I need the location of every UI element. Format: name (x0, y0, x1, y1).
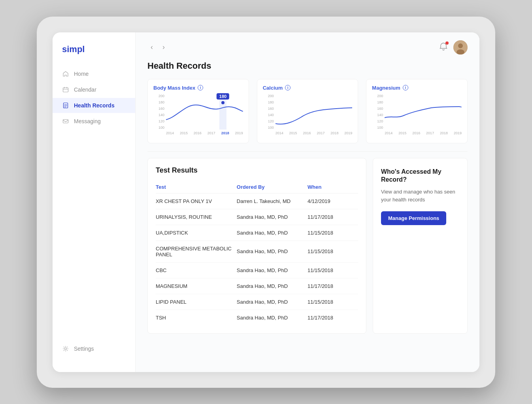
chart-card-bmi: Body Mass Index i 200180160140120100 180 (147, 79, 249, 143)
cell-when: 11/15/2018 (308, 262, 358, 278)
cell-when: 11/15/2018 (308, 294, 358, 310)
magnesium-svg-line (385, 94, 462, 130)
col-header-when: When (308, 181, 358, 194)
mail-icon (62, 118, 69, 125)
sidebar-label-health-records: Health Records (74, 102, 115, 109)
sidebar-label-calendar: Calendar (74, 86, 96, 93)
col-header-ordered: Ordered By (237, 181, 308, 194)
chart-card-magnesium: Magnesium i 200180160140120100 (366, 79, 468, 143)
bmi-svg-line (166, 94, 243, 130)
chart-title-calcium: Calcium i (263, 85, 353, 91)
magnesium-chart-svg (385, 94, 462, 130)
sidebar-nav: Home Calendar (53, 66, 135, 333)
device-wrapper: simpl Home (37, 17, 495, 388)
sidebar-item-health-records[interactable]: Health Records (53, 98, 135, 113)
calcium-chart-svg (275, 94, 353, 130)
cell-ordered-by: Sandra Hao, MD, PhD (237, 294, 308, 310)
access-card: Who's Accessed My Record? View and manag… (373, 158, 468, 334)
results-table: Test Ordered By When XR CHEST PA ONLY 1V… (156, 181, 358, 325)
test-results-panel: Test Results Test Ordered By When XR CHE… (147, 158, 366, 334)
cell-ordered-by: Sandra Hao, MD, PhD (237, 310, 308, 325)
header-actions (439, 40, 468, 54)
section-divider (147, 151, 468, 152)
svg-rect-2 (63, 119, 68, 123)
bmi-info-icon[interactable]: i (198, 85, 203, 90)
svg-point-5 (458, 43, 463, 48)
nav-arrows: ‹ › (147, 41, 168, 53)
table-row: MAGNESIUM Sandra Hao, MD, PhD 11/17/2018 (156, 278, 358, 294)
chart-title-bmi: Body Mass Index i (153, 85, 243, 91)
calcium-y-labels: 200180160140120100 (263, 94, 274, 130)
charts-section: Body Mass Index i 200180160140120100 180 (136, 75, 479, 151)
cell-when: 11/17/2018 (308, 209, 358, 225)
cell-test-name: TSH (156, 310, 237, 325)
gear-icon (62, 345, 69, 352)
cell-ordered-by: Sandra Hao, MD, PhD (237, 225, 308, 241)
magnesium-x-labels: 201420152016201720182019 (385, 131, 462, 137)
bmi-chart-area: 200180160140120100 180 (153, 94, 243, 137)
bmi-chart-svg: 180 (166, 94, 243, 130)
main-header: ‹ › (136, 32, 479, 54)
magnesium-info-icon[interactable]: i (403, 85, 408, 90)
test-results-title: Test Results (156, 166, 358, 175)
sidebar: simpl Home (53, 32, 136, 372)
avatar[interactable] (453, 40, 468, 54)
home-icon (62, 70, 69, 77)
main-content: ‹ › (136, 32, 479, 372)
cell-ordered-by: Sandra Hao, MD, PhD (237, 209, 308, 225)
sidebar-item-messaging[interactable]: Messaging (53, 114, 135, 129)
nav-back-button[interactable]: ‹ (147, 41, 156, 53)
calcium-info-icon[interactable]: i (285, 85, 291, 90)
page-title: Health Records (136, 54, 479, 75)
notification-icon[interactable] (439, 42, 448, 53)
cell-test-name: XR CHEST PA ONLY 1V (156, 193, 237, 209)
bottom-section: Test Results Test Ordered By When XR CHE… (136, 158, 479, 346)
cell-test-name: COMPREHENSIVE METABOLIC PANEL (156, 241, 237, 262)
sidebar-item-calendar[interactable]: Calendar (53, 82, 135, 97)
sidebar-label-messaging: Messaging (74, 118, 101, 124)
chart-card-calcium: Calcium i 200180160140120100 (257, 79, 358, 143)
svg-point-3 (65, 348, 67, 350)
col-header-test: Test (156, 181, 237, 194)
bmi-tooltip-dot (221, 101, 224, 104)
bmi-x-labels: 201420152016201720182019 (166, 131, 243, 137)
cell-when: 11/17/2018 (308, 278, 358, 294)
table-row: COMPREHENSIVE METABOLIC PANEL Sandra Hao… (156, 241, 358, 262)
manage-permissions-button[interactable]: Manage Permissions (381, 211, 446, 225)
table-row: UA,DIPSTICK Sandra Hao, MD, PhD 11/15/20… (156, 225, 358, 241)
cell-test-name: LIPID PANEL (156, 294, 237, 310)
access-card-description: View and manage who has seen your health… (381, 188, 459, 203)
nav-forward-button[interactable]: › (159, 41, 168, 53)
magnesium-chart-area: 200180160140120100 201420152016201720182… (372, 94, 462, 137)
calendar-icon (62, 86, 69, 93)
calcium-svg-line (275, 94, 353, 130)
cell-when: 11/15/2018 (308, 241, 358, 262)
cell-when: 11/15/2018 (308, 225, 358, 241)
cell-test-name: UA,DIPSTICK (156, 225, 237, 241)
cell-ordered-by: Sandra Hao, MD, PhD (237, 241, 308, 262)
sidebar-item-home[interactable]: Home (53, 66, 135, 81)
calcium-chart-area: 200180160140120100 201420152016201720182… (263, 94, 353, 137)
cell-test-name: URINALYSIS, ROUTINE (156, 209, 237, 225)
sidebar-label-home: Home (74, 71, 89, 77)
sidebar-label-settings: Settings (74, 346, 94, 352)
sidebar-footer: Settings (53, 333, 135, 364)
cell-ordered-by: Darren L. Takeuchi, MD (237, 193, 308, 209)
cell-ordered-by: Sandra Hao, MD, PhD (237, 278, 308, 294)
document-icon (62, 102, 69, 109)
cell-ordered-by: Sandra Hao, MD, PhD (237, 262, 308, 278)
cell-when: 4/12/2019 (308, 193, 358, 209)
table-row: URINALYSIS, ROUTINE Sandra Hao, MD, PhD … (156, 209, 358, 225)
table-row: TSH Sandra Hao, MD, PhD 11/17/2018 (156, 310, 358, 325)
cell-test-name: MAGNESIUM (156, 278, 237, 294)
magnesium-y-labels: 200180160140120100 (372, 94, 383, 130)
table-row: LIPID PANEL Sandra Hao, MD, PhD 11/15/20… (156, 294, 358, 310)
app-container: simpl Home (53, 32, 479, 372)
notification-badge (445, 41, 449, 45)
sidebar-item-settings[interactable]: Settings (62, 341, 126, 356)
cell-when: 11/17/2018 (308, 310, 358, 325)
chart-title-magnesium: Magnesium i (372, 85, 462, 91)
bmi-tooltip: 180 (217, 93, 229, 100)
bmi-y-labels: 200180160140120100 (153, 94, 164, 130)
access-card-title: Who's Accessed My Record? (381, 168, 459, 184)
